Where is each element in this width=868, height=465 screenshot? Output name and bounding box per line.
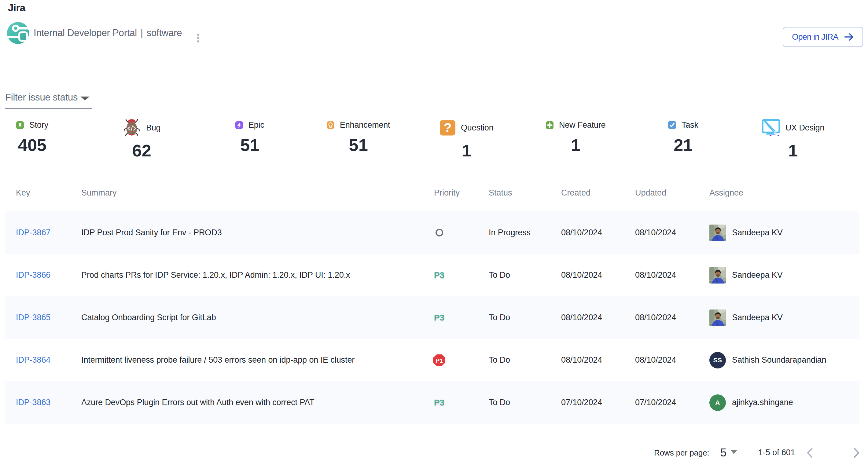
previous-page-button[interactable] [804,447,817,459]
page-title: Jira [8,2,25,14]
chevron-left-icon [804,447,817,459]
entity-avatar-plugin-icon [7,22,29,44]
dropdown-caret-icon[interactable] [81,97,90,101]
entity-title: Internal Developer Portal | software [34,22,182,44]
issue-status: To Do [489,381,510,424]
epic-icon [235,121,243,129]
issue-summary: Catalog Onboarding Script for GitLab [81,296,216,339]
assignee-cell: A ajinkya.shingane [709,381,793,424]
rows-per-page-caret-icon[interactable] [731,450,737,454]
next-page-button[interactable] [850,447,862,459]
priority-p3-badge: P3 [434,313,444,323]
stat-story: Story 405 [16,121,48,154]
table-row: IDP-3865 Catalog Onboarding Script for G… [5,296,860,339]
issue-created-date: 08/10/2024 [561,211,602,254]
issue-created-date: 08/10/2024 [561,339,602,381]
stat-count: 51 [235,137,265,154]
issue-updated-date: 08/10/2024 [635,211,676,254]
assignee-name: ajinkya.shingane [732,398,793,407]
pagination-range: 1-5 of 601 [758,448,795,457]
issue-key-link[interactable]: IDP-3864 [16,339,51,381]
stat-question: ? Question 1 [440,119,493,159]
stat-new-feature: New Feature 1 [546,121,606,154]
ux-design-icon [762,119,780,137]
issue-key-link[interactable]: IDP-3865 [16,296,51,339]
issue-key-link[interactable]: IDP-3863 [16,381,51,424]
issue-summary: Prod charts PRs for IDP Service: 1.20.x,… [81,254,350,296]
rows-per-page-select[interactable]: 5 [720,446,726,459]
column-header-status: Status [489,188,512,198]
stat-label: Enhancement [340,120,390,130]
table-row: IDP-3863 Azure DevOps Plugin Errors out … [5,381,860,424]
entity-name: Internal Developer Portal [34,28,137,38]
issue-status: To Do [489,339,510,381]
column-header-created: Created [561,188,590,198]
stat-epic: Epic 51 [235,121,265,154]
avatar [709,225,726,241]
issue-status: To Do [489,254,510,296]
issue-summary: IDP Post Prod Sanity for Env - PROD3 [81,211,222,254]
column-header-priority: Priority [434,188,460,198]
issue-updated-date: 08/10/2024 [635,296,676,339]
priority-cell: P3 [424,296,455,339]
avatar [709,267,726,284]
issue-key-link[interactable]: IDP-3867 [16,211,51,254]
stat-label: UX Design [785,123,824,133]
filter-issue-status-select[interactable]: Filter issue status [5,92,78,103]
bug-icon [123,119,141,137]
column-header-updated: Updated [635,188,666,198]
issue-created-date: 08/10/2024 [561,296,602,339]
open-in-jira-button[interactable]: Open in JIRA [783,27,863,47]
issue-status: To Do [489,296,510,339]
priority-cell: P3 [424,254,455,296]
stat-label: Question [461,123,493,133]
assignee-cell: SS Sathish Soundarapandian [709,339,826,381]
issue-created-date: 07/10/2024 [561,381,602,424]
stat-ux-design: UX Design 1 [762,119,824,159]
rows-per-page-label: Rows per page: [654,448,709,458]
issue-updated-date: 08/10/2024 [635,339,676,381]
entity-separator: | [141,28,143,38]
stat-count: 405 [16,137,48,154]
stat-label: Bug [146,123,160,133]
priority-cell: P1 [424,339,455,381]
issue-status: In Progress [489,211,531,254]
column-header-summary: Summary [81,188,117,198]
stat-bug: Bug 62 [123,119,160,159]
stat-count: 62 [123,142,160,159]
enhancement-icon [327,121,334,129]
stat-enhancement: Enhancement 51 [327,121,390,154]
avatar: SS [709,352,726,368]
open-in-jira-label: Open in JIRA [792,32,838,42]
assignee-name: Sandeepa KV [732,270,783,280]
issue-key-link[interactable]: IDP-3866 [16,254,51,296]
assignee-name: Sathish Soundarapandian [732,355,826,365]
stat-count: 1 [762,142,824,159]
issue-updated-date: 07/10/2024 [635,381,676,424]
issue-created-date: 08/10/2024 [561,254,602,296]
chevron-right-icon [850,447,862,459]
stat-count: 21 [668,137,699,154]
assignee-cell: Sandeepa KV [709,254,783,296]
story-icon [16,121,24,129]
stat-label: Story [29,120,48,130]
priority-cell [424,211,455,254]
entity-kind: software [147,28,182,38]
column-header-assignee: Assignee [709,188,743,198]
table-row: IDP-3867 IDP Post Prod Sanity for Env - … [5,211,860,254]
question-icon: ? [440,120,455,136]
stat-label: Task [682,120,699,130]
more-options-kebab-icon[interactable] [195,34,202,46]
connector-line-icon [18,27,29,30]
assignee-cell: Sandeepa KV [709,296,783,339]
avatar: A [709,394,726,411]
issue-summary: Intermittent liveness probe failure / 50… [81,339,354,381]
svg-text:P1: P1 [436,357,443,364]
table-row: IDP-3864 Intermittent liveness probe fai… [5,339,860,381]
priority-p1-badge: P1 [433,354,445,366]
priority-p3-badge: P3 [434,270,444,280]
issue-updated-date: 08/10/2024 [635,254,676,296]
assignee-cell: Sandeepa KV [709,211,783,254]
priority-cell: P3 [424,381,455,424]
issue-summary: Azure DevOps Plugin Errors out with Auth… [81,381,314,424]
